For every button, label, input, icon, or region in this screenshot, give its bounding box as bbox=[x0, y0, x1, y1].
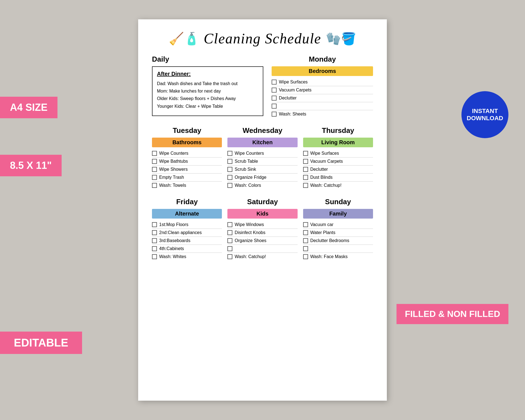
friday-col: Friday Alternate 1st:Mop Floors 2nd:Clea… bbox=[152, 198, 222, 261]
list-item: 1st:Mop Floors bbox=[152, 221, 222, 229]
thursday-title: Thursday bbox=[303, 126, 373, 135]
list-item: Wash: Catchup! bbox=[303, 182, 373, 189]
checkbox[interactable] bbox=[227, 230, 232, 235]
checkbox[interactable] bbox=[227, 222, 232, 227]
checkbox[interactable] bbox=[227, 175, 232, 180]
checkbox[interactable] bbox=[272, 88, 277, 93]
list-item: Disinfect Knobs bbox=[227, 229, 297, 237]
monday-title: Monday bbox=[272, 55, 373, 64]
thursday-checklist: Wipe Surfaces Vacuum Carpets Declutter D… bbox=[303, 149, 373, 189]
thursday-col: Thursday Living Room Wipe Surfaces Vacuu… bbox=[303, 126, 373, 189]
middle-row: Tuesday Bathrooms Wipe Counters Wipe Bat… bbox=[152, 126, 373, 189]
list-item: Vacuum Carpets bbox=[272, 86, 373, 94]
checkbox[interactable] bbox=[272, 96, 277, 101]
header: 🧹🧴 Cleaning Schedule 🧤🪣 bbox=[152, 30, 373, 47]
checkbox[interactable] bbox=[227, 167, 232, 172]
checkbox[interactable] bbox=[227, 238, 232, 243]
checkbox[interactable] bbox=[303, 183, 308, 188]
monday-room: Bedrooms bbox=[272, 66, 373, 76]
bottom-row: Friday Alternate 1st:Mop Floors 2nd:Clea… bbox=[152, 198, 373, 261]
sunday-col: Sunday Family Vacuum car Water Plants De… bbox=[303, 198, 373, 261]
checkbox[interactable] bbox=[303, 151, 308, 156]
list-item: Wash: Catchup! bbox=[227, 253, 297, 261]
thursday-room: Living Room bbox=[303, 138, 373, 147]
saturday-title: Saturday bbox=[227, 198, 297, 206]
left-icon: 🧹🧴 bbox=[169, 32, 199, 46]
checkbox[interactable] bbox=[303, 238, 308, 243]
wednesday-checklist: Wipe Counters Scrub Table Scrub Sink Org… bbox=[227, 149, 297, 189]
checkbox[interactable] bbox=[152, 183, 157, 188]
list-item: Wash: Face Masks bbox=[303, 253, 373, 261]
checkbox[interactable] bbox=[303, 175, 308, 180]
daily-title: Daily bbox=[152, 55, 263, 64]
checkbox[interactable] bbox=[272, 112, 277, 117]
list-item: Wash: Colors bbox=[227, 182, 297, 189]
list-item bbox=[227, 245, 297, 253]
checkbox[interactable] bbox=[152, 246, 157, 251]
list-item: Vacuum car bbox=[303, 221, 373, 229]
checkbox[interactable] bbox=[303, 167, 308, 172]
saturday-room: Kids bbox=[227, 209, 297, 219]
monday-block: Monday Bedrooms Wipe Surfaces Vacuum Car… bbox=[272, 55, 373, 118]
badge-filled: FILLED & NON FILLED bbox=[397, 304, 508, 324]
tuesday-title: Tuesday bbox=[152, 126, 222, 135]
tuesday-room: Bathrooms bbox=[152, 138, 222, 147]
saturday-checklist: Wipe Windows Disinfect Knobs Organize Sh… bbox=[227, 221, 297, 261]
checkbox[interactable] bbox=[227, 183, 232, 188]
paper: 🧹🧴 Cleaning Schedule 🧤🪣 Daily After Dinn… bbox=[138, 19, 387, 401]
sunday-title: Sunday bbox=[303, 198, 373, 206]
checkbox[interactable] bbox=[303, 159, 308, 164]
list-item: Wipe Bathtubs bbox=[152, 158, 222, 166]
list-item: Organize Shoes bbox=[227, 237, 297, 245]
checkbox[interactable] bbox=[152, 175, 157, 180]
checkbox[interactable] bbox=[152, 230, 157, 235]
checkbox[interactable] bbox=[303, 230, 308, 235]
checkbox[interactable] bbox=[152, 159, 157, 164]
checkbox[interactable] bbox=[152, 222, 157, 227]
list-item: 3rd:Baseboards bbox=[152, 237, 222, 245]
sunday-checklist: Vacuum car Water Plants Declutter Bedroo… bbox=[303, 221, 373, 261]
checkbox[interactable] bbox=[227, 246, 232, 251]
checkbox[interactable] bbox=[152, 151, 157, 156]
checkbox[interactable] bbox=[272, 80, 277, 85]
list-item: Wash: Sheets bbox=[272, 110, 373, 118]
friday-title: Friday bbox=[152, 198, 222, 206]
list-item: Vacuum Carpets bbox=[303, 158, 373, 166]
list-item: Wipe Surfaces bbox=[272, 78, 373, 86]
list-item: Wipe Counters bbox=[152, 149, 222, 158]
list-item: Water Plants bbox=[303, 229, 373, 237]
friday-checklist: 1st:Mop Floors 2nd:Clean appliances 3rd:… bbox=[152, 221, 222, 261]
wednesday-title: Wednesday bbox=[227, 126, 297, 135]
list-item: Wipe Surfaces bbox=[303, 149, 373, 158]
tuesday-checklist: Wipe Counters Wipe Bathtubs Wipe Showers… bbox=[152, 149, 222, 189]
checkbox[interactable] bbox=[227, 151, 232, 156]
checkbox[interactable] bbox=[303, 254, 308, 259]
wednesday-room: Kitchen bbox=[227, 138, 297, 147]
daily-lines: Dad: Wash dishes and Take the trash out … bbox=[157, 80, 258, 110]
wednesday-col: Wednesday Kitchen Wipe Counters Scrub Ta… bbox=[227, 126, 297, 189]
list-item: Organize Fridge bbox=[227, 174, 297, 182]
list-item: Wash: Whites bbox=[152, 253, 222, 261]
list-item: Declutter Bedrooms bbox=[303, 237, 373, 245]
checkbox[interactable] bbox=[227, 159, 232, 164]
checkbox[interactable] bbox=[152, 254, 157, 259]
list-item: Wash: Towels bbox=[152, 182, 222, 189]
list-item: Declutter bbox=[272, 94, 373, 102]
saturday-col: Saturday Kids Wipe Windows Disinfect Kno… bbox=[227, 198, 297, 261]
list-item bbox=[303, 245, 373, 253]
checkbox[interactable] bbox=[227, 254, 232, 259]
list-item: Wipe Windows bbox=[227, 221, 297, 229]
checkbox[interactable] bbox=[303, 246, 308, 251]
checkbox[interactable] bbox=[272, 104, 277, 109]
checkbox[interactable] bbox=[303, 222, 308, 227]
list-item bbox=[272, 102, 373, 110]
badge-editable: EDITABLE bbox=[0, 332, 82, 354]
list-item: Wipe Counters bbox=[227, 149, 297, 158]
list-item: Dust Blinds bbox=[303, 174, 373, 182]
circle-download: INSTANTDOWNLOAD bbox=[461, 91, 508, 138]
checkbox[interactable] bbox=[152, 167, 157, 172]
top-section: Daily After Dinner: Dad: Wash dishes and… bbox=[152, 55, 373, 118]
list-item: Declutter bbox=[303, 166, 373, 174]
badge-a4: A4 SIZE bbox=[0, 97, 57, 118]
checkbox[interactable] bbox=[152, 238, 157, 243]
